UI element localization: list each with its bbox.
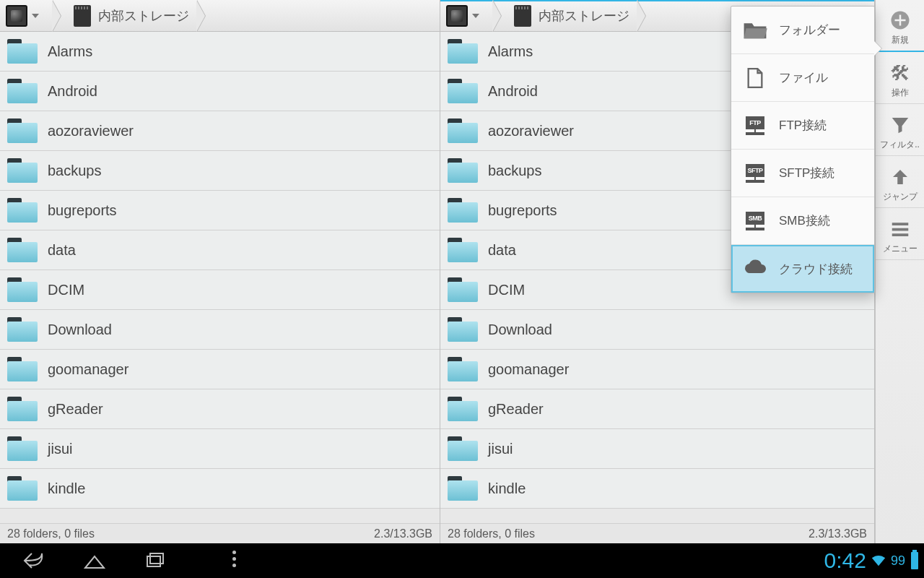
file-icon	[743, 68, 767, 88]
folder-icon	[7, 357, 38, 381]
list-item[interactable]: Android	[0, 72, 440, 111]
folder-icon	[7, 158, 38, 183]
list-item[interactable]: backups	[0, 151, 440, 191]
list-item[interactable]: aozoraviewer	[0, 111, 440, 151]
list-item[interactable]: goomanager	[0, 350, 440, 389]
menu-item-folder[interactable]: フォルダー	[731, 7, 874, 54]
list-item[interactable]: DCIM	[0, 270, 440, 310]
breadcrumb-label: 内部ストレージ	[539, 7, 629, 25]
folder-icon	[7, 198, 38, 223]
list-item[interactable]: jisui	[440, 429, 874, 469]
menu-icon	[889, 218, 911, 240]
nav-status: 0:42 99	[824, 548, 924, 573]
storage-icon	[514, 5, 531, 27]
storage-icon	[74, 5, 91, 27]
status-summary: 28 folders, 0 files	[7, 527, 95, 540]
breadcrumb-left: 内部ストレージ	[0, 0, 440, 32]
item-label: Download	[48, 322, 112, 338]
item-label: DCIM	[48, 282, 84, 298]
sidebar-ops[interactable]: 🛠 操作	[876, 52, 924, 104]
app-root: 内部ストレージ Alarms Android aozoraviewer back…	[0, 0, 924, 543]
svg-rect-2	[894, 20, 905, 22]
overflow-icon[interactable]	[232, 551, 250, 571]
item-label: kindle	[488, 480, 526, 497]
folder-icon	[448, 79, 478, 103]
recents-icon[interactable]	[143, 551, 167, 571]
list-item[interactable]: bugreports	[0, 191, 440, 230]
item-label: Alarms	[488, 43, 533, 60]
cloud-icon	[743, 259, 767, 279]
svg-rect-4	[892, 228, 908, 231]
disk-icon	[446, 5, 468, 27]
item-label: jisui	[48, 441, 72, 457]
sidebar-label: 新規	[892, 34, 909, 46]
item-label: Android	[48, 83, 97, 100]
folder-icon	[7, 39, 38, 64]
sidebar-filter[interactable]: フィルタ..	[876, 104, 924, 156]
sidebar-new[interactable]: 新規	[876, 0, 924, 52]
folder-icon	[7, 436, 38, 461]
list-item[interactable]: kindle	[440, 469, 874, 509]
item-label: jisui	[488, 441, 513, 457]
plus-circle-icon	[889, 9, 911, 31]
folder-icon	[7, 476, 38, 501]
menu-item-sftp[interactable]: SFTP SFTP接続	[731, 150, 874, 197]
list-item[interactable]: gReader	[440, 389, 874, 429]
list-item[interactable]: data	[0, 230, 440, 270]
chevron-down-icon	[32, 14, 39, 18]
svg-rect-7	[150, 553, 163, 564]
item-label: DCIM	[488, 282, 525, 298]
list-item[interactable]: jisui	[0, 429, 440, 469]
item-label: data	[488, 242, 516, 259]
folder-icon	[448, 317, 478, 342]
menu-label: SFTP接続	[779, 165, 834, 181]
item-label: goomanager	[48, 361, 128, 378]
home-icon[interactable]	[82, 551, 107, 571]
svg-rect-5	[892, 233, 908, 236]
item-label: bugreports	[48, 202, 117, 219]
breadcrumb-root[interactable]	[0, 0, 61, 31]
folder-open-icon	[743, 20, 767, 40]
list-item[interactable]: Download	[0, 310, 440, 350]
disk-icon	[6, 5, 27, 27]
android-navbar: 0:42 99	[0, 543, 924, 578]
sidebar-jump[interactable]: ジャンプ	[876, 156, 924, 208]
nav-buttons	[0, 551, 250, 571]
menu-item-cloud[interactable]: クラウド接続	[731, 245, 874, 293]
folder-icon	[448, 436, 478, 461]
list-item[interactable]: kindle	[0, 469, 440, 509]
arrow-up-icon	[889, 166, 911, 188]
list-item[interactable]: Download	[440, 310, 874, 350]
breadcrumb-storage[interactable]: 内部ストレージ	[61, 0, 205, 31]
pane-left: 内部ストレージ Alarms Android aozoraviewer back…	[0, 0, 440, 543]
tools-icon: 🛠	[889, 62, 911, 84]
menu-label: SMB接続	[779, 212, 830, 229]
list-item[interactable]: goomanager	[440, 350, 874, 389]
sidebar-menu[interactable]: メニュー	[876, 208, 924, 260]
list-item[interactable]: Alarms	[0, 32, 440, 72]
status-bar-left: 28 folders, 0 files 2.3/13.3GB	[0, 523, 440, 543]
menu-item-ftp[interactable]: FTP FTP接続	[731, 102, 874, 150]
breadcrumb-root[interactable]	[440, 0, 501, 31]
folder-icon	[448, 397, 478, 421]
item-label: data	[48, 242, 76, 259]
menu-item-smb[interactable]: SMB SMB接続	[731, 197, 874, 245]
svg-rect-3	[892, 223, 908, 225]
folder-icon	[7, 118, 38, 143]
menu-item-file[interactable]: ファイル	[731, 54, 874, 102]
folder-icon	[448, 198, 478, 223]
menu-label: クラウド接続	[779, 261, 853, 277]
menu-label: FTP接続	[779, 117, 827, 134]
menu-label: フォルダー	[779, 22, 840, 38]
back-icon[interactable]	[22, 551, 46, 571]
file-list-left[interactable]: Alarms Android aozoraviewer backups bugr…	[0, 32, 440, 523]
new-menu: フォルダー ファイル FTP FTP接続 SFTP SFTP接続 SMB SMB…	[731, 6, 875, 293]
breadcrumb-storage[interactable]: 内部ストレージ	[501, 0, 645, 31]
folder-icon	[448, 277, 478, 302]
folder-icon	[7, 277, 38, 302]
smb-icon: SMB	[743, 212, 767, 230]
item-label: gReader	[48, 401, 103, 418]
item-label: kindle	[48, 480, 85, 497]
sftp-icon: SFTP	[743, 164, 767, 183]
list-item[interactable]: gReader	[0, 389, 440, 429]
